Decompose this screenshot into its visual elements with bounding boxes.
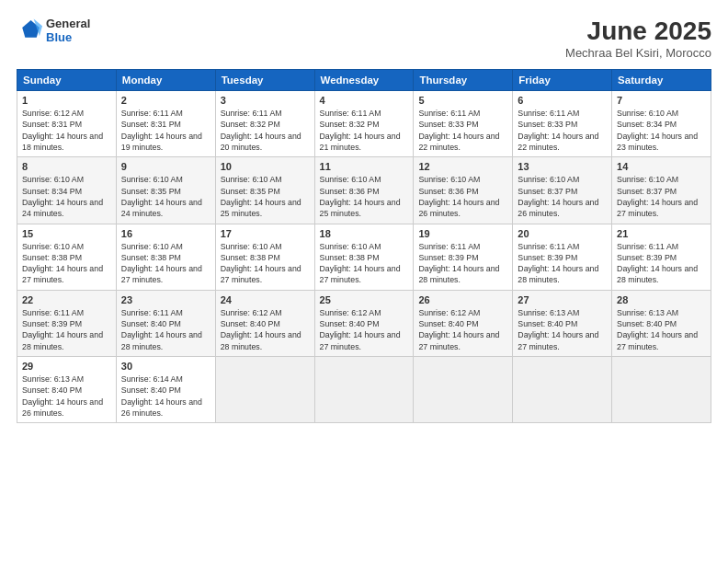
day-info: Sunrise: 6:11 AMSunset: 8:40 PMDaylight:…: [121, 308, 202, 351]
logo-icon: [17, 17, 42, 43]
day-info: Sunrise: 6:11 AMSunset: 8:33 PMDaylight:…: [418, 109, 499, 152]
table-row: 4Sunrise: 6:11 AMSunset: 8:32 PMDaylight…: [314, 91, 414, 157]
day-number: 26: [418, 294, 507, 305]
table-row: 27Sunrise: 6:13 AMSunset: 8:40 PMDayligh…: [513, 290, 612, 356]
col-tuesday: Tuesday: [215, 70, 314, 91]
day-info: Sunrise: 6:11 AMSunset: 8:39 PMDaylight:…: [22, 308, 103, 351]
table-row: [414, 357, 513, 423]
day-info: Sunrise: 6:10 AMSunset: 8:38 PMDaylight:…: [320, 242, 401, 285]
title-block: June 2025 Mechraa Bel Ksiri, Morocco: [565, 17, 711, 60]
day-info: Sunrise: 6:10 AMSunset: 8:34 PMDaylight:…: [22, 175, 103, 218]
day-info: Sunrise: 6:11 AMSunset: 8:31 PMDaylight:…: [121, 109, 202, 152]
col-monday: Monday: [116, 70, 215, 91]
logo-text: General Blue: [46, 17, 90, 44]
day-number: 8: [22, 161, 111, 172]
day-info: Sunrise: 6:13 AMSunset: 8:40 PMDaylight:…: [518, 308, 598, 351]
table-row: 6Sunrise: 6:11 AMSunset: 8:33 PMDaylight…: [513, 91, 612, 157]
day-info: Sunrise: 6:10 AMSunset: 8:35 PMDaylight:…: [121, 175, 202, 218]
table-row: 12Sunrise: 6:10 AMSunset: 8:36 PMDayligh…: [414, 157, 513, 224]
day-number: 5: [418, 95, 507, 106]
table-row: 28Sunrise: 6:13 AMSunset: 8:40 PMDayligh…: [612, 290, 711, 356]
day-number: 10: [221, 161, 310, 172]
month-year: June 2025: [565, 17, 711, 46]
day-number: 12: [418, 161, 507, 172]
table-row: 2Sunrise: 6:11 AMSunset: 8:31 PMDaylight…: [116, 91, 215, 157]
day-info: Sunrise: 6:11 AMSunset: 8:32 PMDaylight:…: [221, 109, 301, 152]
col-thursday: Thursday: [414, 70, 513, 91]
table-row: 16Sunrise: 6:10 AMSunset: 8:38 PMDayligh…: [116, 224, 215, 290]
table-row: 30Sunrise: 6:14 AMSunset: 8:40 PMDayligh…: [116, 357, 215, 423]
day-info: Sunrise: 6:10 AMSunset: 8:38 PMDaylight:…: [121, 242, 202, 285]
day-number: 28: [617, 294, 706, 305]
day-number: 14: [617, 161, 706, 172]
day-info: Sunrise: 6:12 AMSunset: 8:31 PMDaylight:…: [22, 109, 103, 152]
day-number: 2: [121, 95, 210, 106]
day-info: Sunrise: 6:10 AMSunset: 8:38 PMDaylight:…: [22, 242, 103, 285]
day-info: Sunrise: 6:11 AMSunset: 8:39 PMDaylight:…: [518, 242, 598, 285]
week-row-3: 15Sunrise: 6:10 AMSunset: 8:38 PMDayligh…: [17, 224, 711, 290]
day-info: Sunrise: 6:10 AMSunset: 8:37 PMDaylight:…: [518, 175, 598, 218]
table-row: 26Sunrise: 6:12 AMSunset: 8:40 PMDayligh…: [414, 290, 513, 356]
day-info: Sunrise: 6:13 AMSunset: 8:40 PMDaylight:…: [22, 374, 103, 418]
table-row: 22Sunrise: 6:11 AMSunset: 8:39 PMDayligh…: [17, 290, 117, 356]
day-info: Sunrise: 6:12 AMSunset: 8:40 PMDaylight:…: [320, 308, 401, 351]
day-info: Sunrise: 6:10 AMSunset: 8:37 PMDaylight:…: [617, 175, 698, 218]
day-number: 17: [221, 228, 310, 239]
day-info: Sunrise: 6:10 AMSunset: 8:34 PMDaylight:…: [617, 109, 698, 152]
day-number: 25: [320, 294, 409, 305]
table-row: 5Sunrise: 6:11 AMSunset: 8:33 PMDaylight…: [414, 91, 513, 157]
day-info: Sunrise: 6:10 AMSunset: 8:38 PMDaylight:…: [221, 242, 301, 285]
table-row: [314, 357, 414, 423]
day-number: 3: [221, 95, 310, 106]
table-row: 1Sunrise: 6:12 AMSunset: 8:31 PMDaylight…: [17, 91, 117, 157]
day-number: 27: [518, 294, 607, 305]
day-number: 30: [121, 361, 210, 372]
col-friday: Friday: [513, 70, 612, 91]
week-row-4: 22Sunrise: 6:11 AMSunset: 8:39 PMDayligh…: [17, 290, 711, 356]
table-row: 3Sunrise: 6:11 AMSunset: 8:32 PMDaylight…: [215, 91, 314, 157]
table-row: 7Sunrise: 6:10 AMSunset: 8:34 PMDaylight…: [612, 91, 711, 157]
table-row: [513, 357, 612, 423]
table-row: 29Sunrise: 6:13 AMSunset: 8:40 PMDayligh…: [17, 357, 117, 423]
table-row: 14Sunrise: 6:10 AMSunset: 8:37 PMDayligh…: [612, 157, 711, 224]
table-row: 15Sunrise: 6:10 AMSunset: 8:38 PMDayligh…: [17, 224, 117, 290]
day-number: 21: [617, 228, 706, 239]
col-saturday: Saturday: [612, 70, 711, 91]
table-row: 19Sunrise: 6:11 AMSunset: 8:39 PMDayligh…: [414, 224, 513, 290]
week-row-5: 29Sunrise: 6:13 AMSunset: 8:40 PMDayligh…: [17, 357, 711, 423]
header: General Blue June 2025 Mechraa Bel Ksiri…: [17, 17, 711, 60]
day-number: 16: [121, 228, 210, 239]
day-number: 19: [418, 228, 507, 239]
day-number: 24: [221, 294, 310, 305]
day-info: Sunrise: 6:10 AMSunset: 8:36 PMDaylight:…: [320, 175, 401, 218]
week-row-1: 1Sunrise: 6:12 AMSunset: 8:31 PMDaylight…: [17, 91, 711, 157]
day-number: 6: [518, 95, 607, 106]
table-row: 17Sunrise: 6:10 AMSunset: 8:38 PMDayligh…: [215, 224, 314, 290]
day-number: 15: [22, 228, 111, 239]
table-row: 8Sunrise: 6:10 AMSunset: 8:34 PMDaylight…: [17, 157, 117, 224]
day-info: Sunrise: 6:13 AMSunset: 8:40 PMDaylight:…: [617, 308, 698, 351]
logo: General Blue: [17, 17, 90, 44]
day-number: 29: [22, 361, 111, 372]
day-info: Sunrise: 6:10 AMSunset: 8:35 PMDaylight:…: [221, 175, 301, 218]
table-row: 25Sunrise: 6:12 AMSunset: 8:40 PMDayligh…: [314, 290, 414, 356]
table-row: [612, 357, 711, 423]
day-info: Sunrise: 6:10 AMSunset: 8:36 PMDaylight:…: [418, 175, 499, 218]
header-row: Sunday Monday Tuesday Wednesday Thursday…: [17, 70, 711, 91]
day-info: Sunrise: 6:11 AMSunset: 8:33 PMDaylight:…: [518, 109, 598, 152]
day-info: Sunrise: 6:11 AMSunset: 8:32 PMDaylight:…: [320, 109, 401, 152]
table-row: 10Sunrise: 6:10 AMSunset: 8:35 PMDayligh…: [215, 157, 314, 224]
day-number: 4: [320, 95, 409, 106]
day-number: 7: [617, 95, 706, 106]
week-row-2: 8Sunrise: 6:10 AMSunset: 8:34 PMDaylight…: [17, 157, 711, 224]
day-number: 22: [22, 294, 111, 305]
day-info: Sunrise: 6:11 AMSunset: 8:39 PMDaylight:…: [418, 242, 499, 285]
day-info: Sunrise: 6:14 AMSunset: 8:40 PMDaylight:…: [121, 374, 202, 418]
calendar: Sunday Monday Tuesday Wednesday Thursday…: [17, 69, 711, 423]
page: General Blue June 2025 Mechraa Bel Ksiri…: [0, 0, 728, 563]
col-sunday: Sunday: [17, 70, 117, 91]
day-number: 1: [22, 95, 111, 106]
day-number: 23: [121, 294, 210, 305]
day-number: 18: [320, 228, 409, 239]
location: Mechraa Bel Ksiri, Morocco: [565, 46, 711, 60]
